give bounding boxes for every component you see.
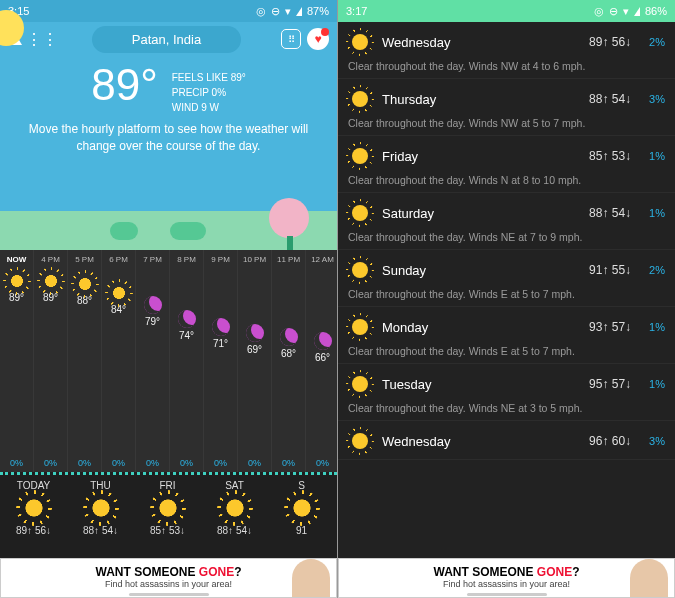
home-indicator[interactable] (129, 593, 209, 596)
sun-icon (76, 275, 94, 293)
daily-col[interactable]: TODAY 89↑ 56↓ (0, 475, 67, 570)
day-temps: 89↑ 56↓ (589, 35, 631, 49)
moon-icon (314, 332, 332, 350)
extended-forecast[interactable]: Wednesday 89↑ 56↓ 2% Clear throughout th… (338, 22, 675, 460)
ad-banner[interactable]: WANT SOMEONE GONE? Find hot assassins in… (0, 558, 337, 598)
hour-label: 7 PM (143, 255, 162, 264)
clock: 3:17 (346, 5, 367, 17)
forecast-row[interactable]: Friday 85↑ 53↓ 1% Clear throughout the d… (338, 136, 675, 193)
daily-forecast[interactable]: TODAY 89↑ 56↓THU 88↑ 54↓FRI 85↑ 53↓SAT 8… (0, 472, 337, 570)
hourly-col[interactable]: 5 PM 88° 0% (68, 250, 102, 472)
battery-pct: 86% (645, 5, 667, 17)
current-conditions: ⋮⋮ Patan, India ⠿ ♥ 89° FEELS LIKE 89° P… (0, 22, 337, 250)
status-bar: 3:15 ◎ ⊖ ▾ 87% (0, 0, 337, 22)
hour-label: 10 PM (243, 255, 266, 264)
hour-precip: 0% (180, 458, 193, 468)
day-temps: 91↑ 55↓ (589, 263, 631, 277)
hour-precip: 0% (282, 458, 295, 468)
day-desc: Clear throughout the day. Winds NW at 5 … (348, 117, 665, 129)
ad-face (292, 559, 330, 597)
day-precip: 3% (649, 435, 665, 447)
hourly-col[interactable]: NOW 89° 0% (0, 250, 34, 472)
hourly-col[interactable]: 11 PM 68° 0% (272, 250, 306, 472)
bush-decoration (110, 222, 138, 240)
daily-col[interactable]: SAT 88↑ 54↓ (201, 475, 268, 570)
forecast-row[interactable]: Wednesday 89↑ 56↓ 2% Clear throughout th… (338, 22, 675, 79)
vibrate-icon: ◎ (256, 5, 266, 18)
day-temps: 88↑ 54↓ (217, 525, 252, 536)
day-precip: 3% (649, 93, 665, 105)
hour-precip: 0% (146, 458, 159, 468)
sun-icon (155, 495, 181, 521)
sun-icon (110, 284, 128, 302)
hourly-col[interactable]: 4 PM 89° 0% (34, 250, 68, 472)
moon-icon (212, 318, 230, 336)
day-temps: 85↑ 53↓ (589, 149, 631, 163)
day-temps: 88↑ 54↓ (589, 92, 631, 106)
hourly-col[interactable]: 7 PM 79° 0% (136, 250, 170, 472)
hourly-col[interactable]: 8 PM 74° 0% (170, 250, 204, 472)
sun-icon (348, 372, 372, 396)
forecast-row[interactable]: Tuesday 95↑ 57↓ 1% Clear throughout the … (338, 364, 675, 421)
hour-temp: 68° (281, 348, 296, 359)
day-temps: 93↑ 57↓ (589, 320, 631, 334)
ad-banner[interactable]: WANT SOMEONE GONE? Find hot assassins in… (338, 558, 675, 598)
hour-temp: 74° (179, 330, 194, 341)
day-temps: 96↑ 60↓ (589, 434, 631, 448)
daily-col[interactable]: THU 88↑ 54↓ (67, 475, 134, 570)
location-pill[interactable]: Patan, India (92, 26, 241, 53)
ad-face (630, 559, 668, 597)
hourly-col[interactable]: 10 PM 69° 0% (238, 250, 272, 472)
day-name: Wednesday (382, 35, 579, 50)
hourly-col[interactable]: 12 AM 66° 0% (306, 250, 337, 472)
day-temps: 91 (296, 525, 307, 536)
layout-icon[interactable]: ⠿ (281, 29, 301, 49)
day-temps: 89↑ 56↓ (16, 525, 51, 536)
day-precip: 2% (649, 264, 665, 276)
dnd-icon: ⊖ (271, 5, 280, 18)
moon-icon (178, 310, 196, 328)
sun-icon (348, 315, 372, 339)
day-desc: Clear throughout the day. Winds NE at 7 … (348, 231, 665, 243)
tree-decoration (269, 198, 309, 238)
hour-temp: 69° (247, 344, 262, 355)
day-precip: 1% (649, 150, 665, 162)
status-bar: 3:17 ◎ ⊖ ▾ 86% (338, 0, 675, 22)
sun-icon (289, 495, 315, 521)
day-name: Wednesday (382, 434, 579, 449)
forecast-row[interactable]: Saturday 88↑ 54↓ 1% Clear throughout the… (338, 193, 675, 250)
wifi-icon: ▾ (285, 5, 291, 18)
forecast-row[interactable]: Thursday 88↑ 54↓ 3% Clear throughout the… (338, 79, 675, 136)
day-name: Tuesday (382, 377, 579, 392)
hour-precip: 0% (44, 458, 57, 468)
day-precip: 2% (649, 36, 665, 48)
moon-icon (280, 328, 298, 346)
day-desc: Clear throughout the day. Winds NW at 4 … (348, 60, 665, 72)
hour-precip: 0% (248, 458, 261, 468)
favorite-button[interactable]: ♥ (307, 28, 329, 50)
hour-label: 5 PM (75, 255, 94, 264)
sun-icon (348, 201, 372, 225)
hour-label: 6 PM (109, 255, 128, 264)
hourly-col[interactable]: 9 PM 71° 0% (204, 250, 238, 472)
day-temps: 88↑ 54↓ (589, 206, 631, 220)
day-name: Thursday (382, 92, 579, 107)
sun-icon (21, 495, 47, 521)
battery-pct: 87% (307, 5, 329, 17)
forecast-row[interactable]: Monday 93↑ 57↓ 1% Clear throughout the d… (338, 307, 675, 364)
hour-temp: 79° (145, 316, 160, 327)
tree-trunk (287, 236, 293, 250)
vibrate-icon: ◎ (594, 5, 604, 18)
sun-icon (42, 272, 60, 290)
forecast-row[interactable]: Sunday 91↑ 55↓ 2% Clear throughout the d… (338, 250, 675, 307)
daily-col[interactable]: S 91 (268, 475, 335, 570)
forecast-row[interactable]: Wednesday 96↑ 60↓ 3% (338, 421, 675, 460)
hourly-forecast[interactable]: NOW 89° 0%4 PM 89° 0%5 PM 88° 0%6 PM 84°… (0, 250, 337, 472)
hour-label: NOW (7, 255, 27, 264)
daily-col[interactable]: FRI 85↑ 53↓ (134, 475, 201, 570)
hour-precip: 0% (316, 458, 329, 468)
home-indicator[interactable] (467, 593, 547, 596)
hourly-col[interactable]: 6 PM 84° 0% (102, 250, 136, 472)
day-precip: 1% (649, 207, 665, 219)
share-icon[interactable]: ⋮⋮ (32, 29, 52, 49)
